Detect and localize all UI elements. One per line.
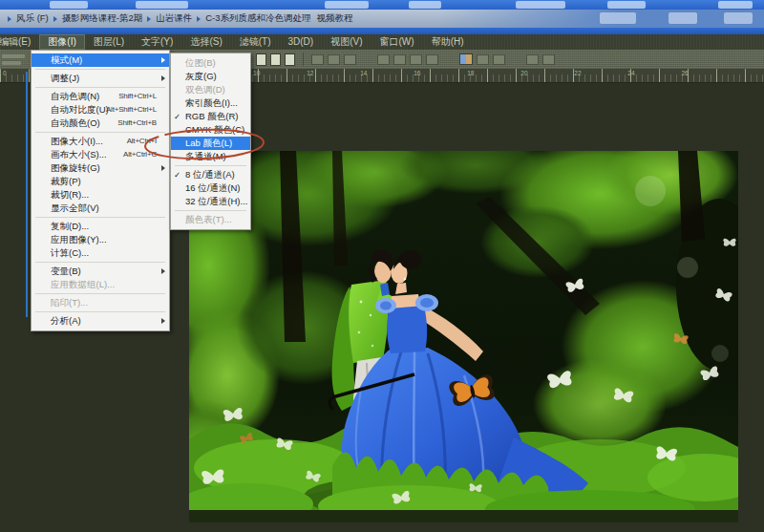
toolbar-icon[interactable] [526,54,539,65]
toolbar-icon[interactable] [328,54,340,65]
mode-submenu: 位图(B) 灰度(G) 双色调(D) 索引颜色(I)... ✓ RGB 颜色(R… [170,53,251,230]
submenu-item-grayscale[interactable]: 灰度(G) [171,70,250,83]
menu-separator [35,87,165,88]
toolbar-icon[interactable] [344,54,356,65]
menu-item-label: 灰度(G) [185,71,217,81]
menu-item-label: 自动颜色(O) [51,117,100,128]
menu-item-variables[interactable]: 变量(B) [32,265,169,278]
menu-separator [35,311,165,312]
menu-item-canvas-size[interactable]: 画布大小(S)... Alt+Ctrl+C [32,148,169,161]
menu-item-label: 自动色调(N) [51,91,99,101]
toolbar-icon[interactable] [311,54,324,65]
breadcrumb-segment[interactable]: 摄影网络课程-第2期 [62,12,142,25]
menu-item-label: 裁剪(P) [51,176,81,186]
checkmark-icon: ✓ [174,110,180,123]
titlebar-highlight [516,1,565,9]
toolbar-separator [303,53,304,66]
menubar-item-image[interactable]: 图像(I) [39,34,84,50]
menubar-item-window[interactable]: 窗口(W) [371,34,423,50]
menu-shortcut: Alt+Ctrl+C [123,148,157,161]
menu-item-analysis[interactable]: 分析(A) [32,314,169,328]
menu-item-label: 双色调(D) [185,84,225,95]
submenu-item-32-bits[interactable]: 32 位/通道(H)... [171,195,250,208]
menu-item-reveal-all[interactable]: 显示全部(V) [32,202,169,215]
menu-item-label: 显示全部(V) [51,202,99,213]
menu-shortcut: Alt+Shift+Ctrl+L [106,103,157,117]
menubar-item-filter[interactable]: 滤镜(T) [231,34,280,50]
doc-preset-icon[interactable] [285,53,295,66]
submenu-arrow-icon [161,268,165,274]
checkmark-icon: ✓ [174,168,180,181]
breadcrumb-segment[interactable]: C-3系列质感和冷色调处理 [205,12,310,25]
menubar-item-3d[interactable]: 3D(D) [280,34,323,50]
titlebar-highlight [607,1,646,9]
submenu-item-16-bits[interactable]: 16 位/通道(N) [171,181,250,195]
submenu-item-lab-color[interactable]: Lab 颜色(L) [171,137,250,150]
menu-item-adjustments[interactable]: 调整(J) [32,72,169,85]
submenu-item-cmyk-color[interactable]: CMYK 颜色(C) [171,123,250,137]
breadcrumb-segment[interactable]: 山岩课件 [156,12,192,25]
menu-item-image-rotation[interactable]: 图像旋转(G) [32,161,169,175]
menu-separator [35,217,165,218]
submenu-item-indexed-color[interactable]: 索引颜色(I)... [171,96,250,110]
toolbar-icon[interactable] [477,54,489,65]
title-bar [0,0,764,10]
doc-preset-icon[interactable] [270,53,281,66]
menu-item-apply-data-set: 应用数据组(L)... [32,278,169,291]
menu-item-label: 多通道(M) [185,151,226,161]
doc-preset-icon[interactable] [256,53,266,66]
menu-separator [35,262,165,263]
menu-separator [35,69,165,70]
menu-shortcut: Shift+Ctrl+L [118,90,157,103]
submenu-arrow-icon [161,75,165,81]
menu-item-duplicate[interactable]: 复制(D)... [32,220,169,233]
menu-item-auto-tone[interactable]: 自动色调(N) Shift+Ctrl+L [32,90,169,103]
titlebar-highlight [50,1,88,9]
submenu-item-bitmap: 位图(B) [171,56,250,70]
menu-item-label: 16 位/通道(N) [185,182,241,193]
menubar-item-select[interactable]: 选择(S) [181,34,230,50]
submenu-item-rgb-color[interactable]: ✓ RGB 颜色(R) [171,110,250,123]
menu-item-label: RGB 颜色(R) [185,111,238,121]
breadcrumb-arrow-icon [147,16,151,22]
breadcrumb-segment[interactable]: 风乐 (F) [16,12,49,25]
menu-item-apply-image[interactable]: 应用图像(Y)... [32,233,169,246]
options-text-fragment [2,54,25,58]
image-menu: 模式(M) 调整(J) 自动色调(N) Shift+Ctrl+L 自动对比度(U… [31,50,170,331]
toolbar-icon[interactable] [542,54,555,65]
submenu-item-multichannel[interactable]: 多通道(M) [171,150,250,163]
menu-item-label: 分析(A) [51,315,81,326]
menu-item-auto-color[interactable]: 自动颜色(O) Shift+Ctrl+B [32,117,169,130]
menu-separator [35,293,165,294]
menu-item-label: 计算(C)... [51,247,89,258]
menu-item-label: 8 位/通道(A) [185,169,235,180]
menu-item-label: 应用数据组(L)... [51,279,115,289]
menu-item-crop[interactable]: 裁剪(P) [32,175,169,188]
menu-item-calculations[interactable]: 计算(C)... [32,246,169,260]
toolbar-icon[interactable] [426,54,438,65]
color-swap-icon[interactable] [459,53,473,65]
submenu-item-8-bits[interactable]: ✓ 8 位/通道(A) [171,168,250,181]
toolbar-icon[interactable] [377,54,390,65]
document-canvas[interactable] [189,151,738,522]
titlebar-highlight [136,1,188,9]
menu-separator [175,210,246,211]
menu-item-mode[interactable]: 模式(M) [32,53,169,67]
menu-item-label: 调整(J) [51,73,79,83]
menubar-item-type[interactable]: 文字(Y) [133,34,181,50]
titlebar-highlight [325,1,369,9]
menubar-item-layer[interactable]: 图层(L) [85,34,133,50]
toolbar-icon[interactable] [410,54,422,65]
toolbar-icon[interactable] [393,54,406,65]
options-icons [256,53,555,66]
menu-item-image-size[interactable]: 图像大小(I)... Alt+Ctrl+I [32,135,169,148]
titlebar-highlight [668,12,697,24]
menubar-item-edit[interactable]: 编辑(E) [0,34,39,50]
toolbar-icon[interactable] [493,54,505,65]
breadcrumb-segment: 视频教程 [317,12,353,25]
menu-item-trim[interactable]: 裁切(R)... [32,188,169,202]
menu-item-auto-contrast[interactable]: 自动对比度(U) Alt+Shift+Ctrl+L [32,103,169,117]
menu-item-label: 索引颜色(I)... [185,97,238,108]
menubar-item-view[interactable]: 视图(V) [322,34,371,50]
menubar-item-help[interactable]: 帮助(H) [423,34,473,50]
